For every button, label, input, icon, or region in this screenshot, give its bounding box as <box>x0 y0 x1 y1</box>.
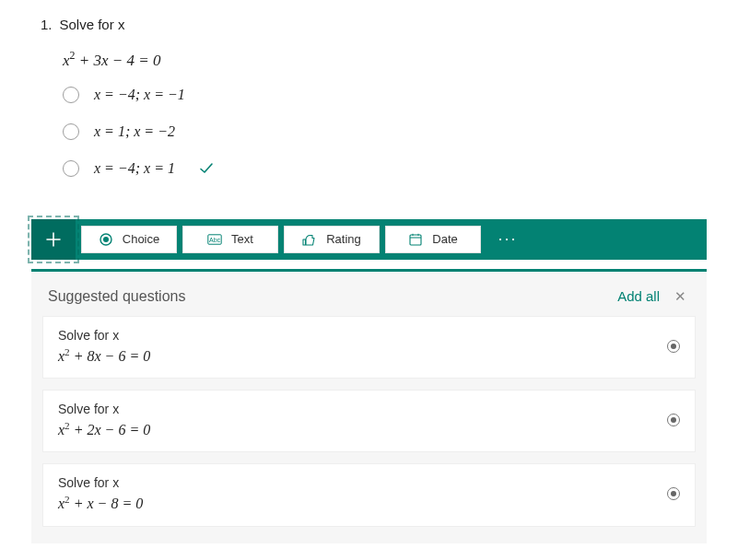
question-type-toolbar: Choice Abc Text Rating <box>31 219 707 260</box>
choice-label: Choice <box>123 232 159 246</box>
add-all-button[interactable]: Add all <box>617 288 660 304</box>
svg-rect-4 <box>410 235 421 245</box>
question-title-row: 1. Solve for x <box>41 17 738 32</box>
choice-icon <box>99 232 113 247</box>
suggested-equation: x2 + 8x − 6 = 0 <box>58 346 150 365</box>
svg-text:Abc: Abc <box>209 237 221 243</box>
text-label: Text <box>231 232 253 246</box>
suggested-radio-icon[interactable] <box>667 340 680 353</box>
answers-list: x = −4; x = −1 x = 1; x = −2 x = −4; x =… <box>63 87 738 177</box>
rating-type-button[interactable]: Rating <box>284 226 380 253</box>
suggested-title: Solve for x <box>58 475 143 490</box>
question-title: Solve for x <box>60 17 125 32</box>
more-types-button[interactable]: ··· <box>486 229 529 249</box>
check-icon <box>199 161 214 176</box>
suggested-question-card[interactable]: Solve for x x2 + 8x − 6 = 0 <box>42 316 696 379</box>
answer-option[interactable]: x = −4; x = −1 <box>63 87 738 103</box>
answer-text: x = −4; x = 1 <box>94 160 175 177</box>
question-number: 1. <box>41 17 53 32</box>
radio-icon <box>63 160 79 177</box>
close-icon[interactable]: ✕ <box>674 288 686 305</box>
question-block: 1. Solve for x x2 + 3x − 4 = 0 x = −4; x… <box>0 17 738 177</box>
add-question-button[interactable] <box>31 219 76 260</box>
suggested-radio-icon[interactable] <box>667 487 680 500</box>
answer-option[interactable]: x = −4; x = 1 <box>63 160 738 177</box>
text-icon: Abc <box>207 232 222 247</box>
choice-type-button[interactable]: Choice <box>81 226 177 253</box>
date-type-button[interactable]: Date <box>385 226 481 253</box>
text-type-button[interactable]: Abc Text <box>182 226 278 253</box>
suggested-title: Solve for x <box>58 328 150 343</box>
suggested-header: Suggested questions <box>48 288 185 305</box>
suggested-equation: x2 + 2x − 6 = 0 <box>58 420 150 438</box>
date-label: Date <box>432 232 457 246</box>
suggested-radio-icon[interactable] <box>667 414 680 426</box>
date-icon <box>408 232 423 247</box>
answer-option[interactable]: x = 1; x = −2 <box>63 123 738 140</box>
suggested-question-card[interactable]: Solve for x x2 + 2x − 6 = 0 <box>42 390 696 452</box>
radio-icon <box>63 123 79 140</box>
suggested-question-card[interactable]: Solve for x x2 + x − 8 = 0 <box>42 463 696 526</box>
answer-text: x = −4; x = −1 <box>94 87 185 103</box>
suggested-title: Solve for x <box>58 402 150 416</box>
suggested-questions-panel: Suggested questions Add all ✕ Solve for … <box>31 269 707 543</box>
svg-point-1 <box>103 237 109 242</box>
suggested-equation: x2 + x − 8 = 0 <box>58 494 143 512</box>
rating-label: Rating <box>326 232 361 246</box>
radio-icon <box>63 87 79 103</box>
answer-text: x = 1; x = −2 <box>94 123 175 140</box>
question-equation: x2 + 3x − 4 = 0 <box>63 49 738 70</box>
rating-icon <box>302 232 317 247</box>
